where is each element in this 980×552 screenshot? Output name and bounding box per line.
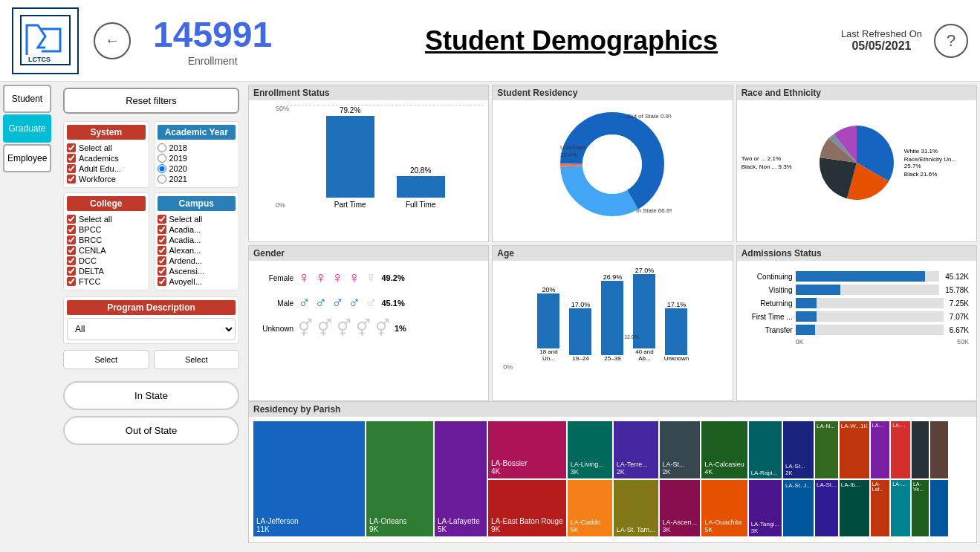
radio-2020[interactable]: 2020 <box>158 163 236 174</box>
female-pct: 49.2% <box>382 273 405 282</box>
checkbox-select-all-system[interactable] <box>67 143 76 152</box>
treemap-lafayette-label: LA-Lafayette <box>438 517 484 525</box>
out-of-state-button[interactable]: Out of State <box>63 416 239 445</box>
treemap-la-dot2[interactable]: LA-... <box>891 421 910 478</box>
transfer-value: 6.67K <box>950 326 969 334</box>
treemap-tangi[interactable]: LA-Tangi... 3K <box>749 480 782 537</box>
gender-title: Gender <box>249 246 488 261</box>
filter-item-select-all-campus[interactable]: Select all <box>158 214 236 224</box>
treemap-rapi[interactable]: LA-Rapi... <box>749 421 782 478</box>
filter-item-academics[interactable]: Academics <box>67 153 146 163</box>
male-icon-2: ♂ <box>315 293 328 313</box>
campus-filter: Campus Select all Acadia... Acadia... Al… <box>154 192 240 290</box>
treemap-caddo[interactable]: LA-Caddo 5K <box>568 480 612 537</box>
college-filter-title: College <box>67 196 146 211</box>
treemap-terre[interactable]: LA-Terre... 2K <box>614 421 658 478</box>
treemap-st-tam[interactable]: LA-St. Tam... <box>614 480 658 537</box>
radio-input-2021[interactable] <box>158 175 166 184</box>
svg-text:LCTCS: LCTCS <box>28 56 51 63</box>
treemap-col-small2: LA-Ve... <box>912 421 948 536</box>
filter-item-brcc[interactable]: BRCC <box>67 235 146 245</box>
treemap-ascen[interactable]: LA-Ascen... 3K <box>660 480 701 537</box>
radio-2021[interactable]: 2021 <box>158 174 236 184</box>
treemap-east-br[interactable]: LA-East Baton Rouge 9K <box>488 480 566 537</box>
first-time-row: First Time ... 7.07K <box>744 311 969 322</box>
treemap-laf[interactable]: LA-Laf... <box>871 480 890 537</box>
treemap-ouachita[interactable]: LA-Ouachita 5K <box>701 480 747 537</box>
radio-2019[interactable]: 2019 <box>158 153 236 163</box>
age-unknown-label: Unknown <box>663 355 689 362</box>
in-state-button[interactable]: In State <box>63 381 239 410</box>
visiting-label: Visiting <box>744 286 793 294</box>
filter-item-acadia2[interactable]: Acadia... <box>158 235 236 245</box>
filter-item-select-all-system[interactable]: Select all <box>67 143 146 153</box>
filter-item-acadia1[interactable]: Acadia... <box>158 224 236 235</box>
treemap-col-st2: LA-St... 2K LA-St. J... <box>783 421 814 536</box>
help-button[interactable]: ? <box>934 24 968 58</box>
filter-item-select-all-college[interactable]: Select all <box>67 214 146 224</box>
treemap-calc[interactable]: LA-Calcasieu 4K <box>701 421 747 478</box>
returning-track <box>796 298 944 308</box>
filter-item-bpcc[interactable]: BPCC <box>67 224 146 235</box>
treemap-la-w2[interactable] <box>912 421 929 478</box>
treemap-st[interactable]: LA-St... 2K <box>660 421 701 478</box>
male-icon-1: ♂ <box>298 293 311 313</box>
employee-nav-btn[interactable]: Employee <box>3 144 51 172</box>
filter-item-workforce[interactable]: Workforce <box>67 174 146 184</box>
race-legend-right: White 31.1% Race/Ethnicity Un... 25.7% B… <box>904 148 972 178</box>
checkbox-adult-edu[interactable] <box>67 164 76 173</box>
radio-input-2019[interactable] <box>158 154 166 163</box>
filter-item-delta[interactable]: DELTA <box>67 266 146 276</box>
select-left-button[interactable]: Select <box>63 350 149 369</box>
checkbox-academics[interactable] <box>67 154 76 163</box>
visiting-row: Visiting 15.78K <box>744 285 969 295</box>
filter-item-ascensi[interactable]: Ascensi... <box>158 266 236 276</box>
program-description-select[interactable]: All <box>67 318 236 340</box>
filter-item-adult-edu[interactable]: Adult Edu... <box>67 163 146 174</box>
treemap-lafayette-val: 5K <box>438 525 484 533</box>
race-ethnicity-title: Race and Ethnicity <box>737 85 976 100</box>
radio-input-2018[interactable] <box>158 143 166 152</box>
treemap-la-dot3[interactable]: LA-... <box>891 480 910 537</box>
treemap-la-dot1[interactable]: LA-... <box>871 421 890 478</box>
enrollment-status-body: 50% 0% 79.2% Part Time 20.8% Full Time <box>253 105 484 224</box>
campus-filter-title: Campus <box>158 196 236 211</box>
treemap-col-bossier: LA-Bossier 4K LA-East Baton Rouge 9K <box>488 421 566 536</box>
reset-filters-button[interactable]: Reset filters <box>63 88 239 114</box>
filter-item-cenla[interactable]: CENLA <box>67 245 146 256</box>
radio-input-2020[interactable] <box>158 164 166 173</box>
treemap-la-xx1[interactable] <box>930 421 947 478</box>
treemap-orleans[interactable]: LA-Orleans 9K <box>366 421 433 536</box>
treemap-living[interactable]: LA-Living... 3K <box>568 421 612 478</box>
filter-item-dcc[interactable]: DCC <box>67 256 146 266</box>
female-icon-1: ♀ <box>298 268 311 288</box>
first-time-fill <box>796 311 817 322</box>
treemap-col-terre: LA-Terre... 2K LA-St. Tam... <box>614 421 658 536</box>
student-residency-chart: Student Residency Unknown 32.4% In State <box>492 85 733 242</box>
treemap-n[interactable]: LA-N... <box>815 421 838 478</box>
admissions-0k: 0K <box>796 338 804 345</box>
treemap-st3[interactable]: LA-St... <box>815 480 838 537</box>
donut-hole <box>583 134 642 194</box>
filter-item-avoyell[interactable]: Avoyell... <box>158 276 236 287</box>
in-state-label: In State 66.6% <box>636 207 672 214</box>
treemap-st2[interactable]: LA-St... 2K <box>783 421 814 478</box>
treemap-bossier[interactable]: LA-Bossier 4K <box>488 421 566 478</box>
graduate-nav-btn[interactable]: Graduate <box>3 114 51 143</box>
filter-item-ardend[interactable]: Ardend... <box>158 256 236 266</box>
checkbox-workforce[interactable] <box>67 175 76 184</box>
treemap-w1[interactable]: LA-W...1K <box>840 421 869 478</box>
treemap-st-j[interactable]: LA-St. J... <box>783 480 814 537</box>
treemap-jefferson[interactable]: LA-Jefferson 11K <box>253 421 365 536</box>
treemap-la-xx2[interactable] <box>930 480 947 537</box>
filter-item-ftcc[interactable]: FTCC <box>67 276 146 287</box>
select-right-button[interactable]: Select <box>154 350 240 369</box>
treemap-la-ve[interactable]: LA-Ve... <box>912 480 929 537</box>
filter-item-alexan[interactable]: Alexan... <box>158 245 236 256</box>
back-button[interactable]: ← <box>94 22 131 59</box>
continuing-label: Continuing <box>744 273 793 281</box>
treemap-ib[interactable]: LA-Ib... <box>840 480 869 537</box>
student-nav-btn[interactable]: Student <box>3 85 51 113</box>
treemap-lafayette[interactable]: LA-Lafayette 5K <box>435 421 487 536</box>
radio-2018[interactable]: 2018 <box>158 143 236 153</box>
